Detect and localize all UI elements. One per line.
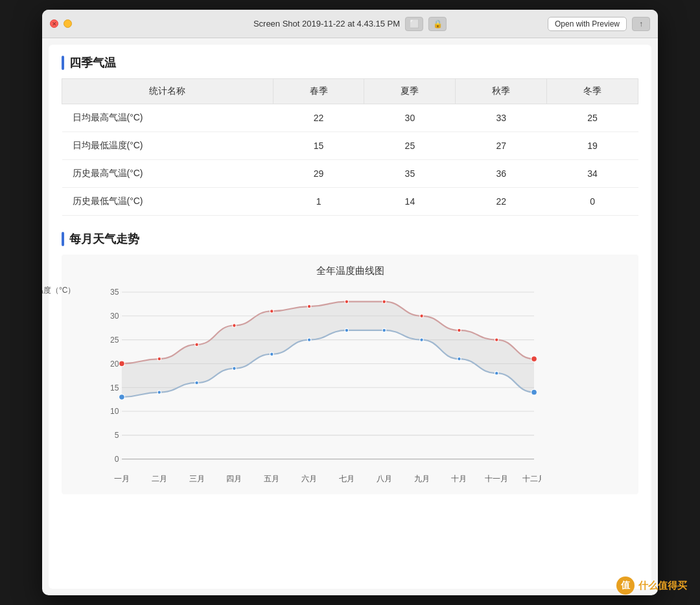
table-cell-value: 1 <box>273 188 364 216</box>
svg-point-28 <box>119 361 125 367</box>
table-cell-label: 历史最高气温(°C) <box>62 160 274 188</box>
col-header-name: 统计名称 <box>62 79 274 104</box>
svg-point-46 <box>345 328 348 332</box>
svg-text:十二月: 十二月 <box>522 474 541 483</box>
svg-point-29 <box>158 357 161 360</box>
section2-title-bar <box>62 232 64 246</box>
svg-text:七月: 七月 <box>339 474 355 483</box>
svg-point-34 <box>345 300 348 303</box>
svg-point-47 <box>382 328 386 332</box>
svg-text:五月: 五月 <box>264 474 279 483</box>
table-cell-value: 25 <box>547 104 638 132</box>
col-header-winter: 冬季 <box>547 79 638 104</box>
content-area: 四季气温 统计名称 春季 夏季 秋季 冬季 日均最高气温(°C)22303325… <box>49 45 651 589</box>
chart-container: 全年温度曲线图 温度（°C） 日均最高气温 日均最低气温 05101520253… <box>62 255 638 494</box>
svg-text:八月: 八月 <box>377 474 392 483</box>
svg-text:20: 20 <box>110 360 119 369</box>
table-cell-value: 19 <box>547 132 638 160</box>
table-cell-value: 36 <box>456 160 547 188</box>
table-header-row: 统计名称 春季 夏季 秋季 冬季 <box>62 79 638 104</box>
svg-text:一月: 一月 <box>114 474 130 483</box>
section2-title: 每月天气走势 <box>62 231 638 247</box>
watermark-icon: 值 <box>616 576 635 595</box>
table-cell-label: 日均最高气温(°C) <box>62 104 274 132</box>
svg-point-41 <box>158 391 161 394</box>
svg-point-49 <box>458 357 461 360</box>
minimize-button[interactable] <box>64 19 72 28</box>
svg-point-45 <box>307 338 310 341</box>
svg-point-31 <box>233 324 236 327</box>
table-row: 历史最低气温(°C)114220 <box>62 188 638 216</box>
col-header-summer: 夏季 <box>364 79 456 104</box>
svg-point-38 <box>495 338 498 341</box>
section1-title-text: 四季气温 <box>69 55 116 71</box>
col-header-autumn: 秋季 <box>456 79 547 104</box>
svg-point-32 <box>270 310 273 313</box>
titlebar-center: Screen Shot 2019-11-22 at 4.43.15 PM ⬜ 🔒 <box>253 17 447 31</box>
main-window: ✕ Screen Shot 2019-11-22 at 4.43.15 PM ⬜… <box>42 10 658 595</box>
table-row: 历史最高气温(°C)29353634 <box>62 160 638 188</box>
svg-text:0: 0 <box>115 455 119 464</box>
titlebar-right: Open with Preview ↑ <box>548 17 650 31</box>
titlebar: ✕ Screen Shot 2019-11-22 at 4.43.15 PM ⬜… <box>42 10 658 38</box>
section2-title-text: 每月天气走势 <box>69 231 139 247</box>
table-cell-value: 35 <box>364 160 456 188</box>
svg-point-30 <box>195 343 198 346</box>
lock-icon: 🔒 <box>428 17 447 31</box>
table-cell-value: 15 <box>273 132 364 160</box>
svg-text:九月: 九月 <box>414 474 430 483</box>
svg-point-36 <box>420 314 423 317</box>
svg-point-33 <box>307 304 310 308</box>
watermark-text: 什么值得买 <box>638 580 687 592</box>
chart-svg: 05101520253035一月二月三月四月五月六月七月八月九月十月十一月十二月 <box>100 285 541 484</box>
svg-text:六月: 六月 <box>301 474 317 483</box>
svg-text:30: 30 <box>110 312 119 321</box>
svg-point-51 <box>531 389 537 395</box>
svg-point-39 <box>531 356 537 362</box>
svg-point-50 <box>495 371 498 374</box>
temperature-table: 统计名称 春季 夏季 秋季 冬季 日均最高气温(°C)22303325日均最低温… <box>62 78 638 216</box>
svg-text:25: 25 <box>110 336 119 345</box>
window-title: Screen Shot 2019-11-22 at 4.43.15 PM <box>253 19 400 29</box>
screenshot-icon: ⬜ <box>405 17 423 31</box>
svg-point-43 <box>233 367 236 370</box>
table-cell-value: 27 <box>456 132 547 160</box>
table-cell-value: 22 <box>456 188 547 216</box>
svg-point-42 <box>195 381 198 384</box>
svg-text:十一月: 十一月 <box>485 474 508 483</box>
chart-y-label: 温度（°C） <box>42 285 75 296</box>
svg-text:15: 15 <box>110 383 119 393</box>
table-cell-value: 25 <box>364 132 456 160</box>
svg-point-48 <box>420 338 423 341</box>
svg-text:5: 5 <box>115 431 119 440</box>
traffic-lights: ✕ <box>50 19 72 28</box>
chart-title: 全年温度曲线图 <box>68 265 632 277</box>
table-row: 日均最低温度(°C)15252719 <box>62 132 638 160</box>
table-cell-label: 日均最低温度(°C) <box>62 132 274 160</box>
svg-text:10: 10 <box>110 407 119 416</box>
watermark: 值 什么值得买 <box>616 576 687 595</box>
table-cell-value: 0 <box>547 188 638 216</box>
svg-point-44 <box>270 352 273 356</box>
table-cell-label: 历史最低气温(°C) <box>62 188 274 216</box>
svg-text:二月: 二月 <box>152 474 167 483</box>
svg-point-37 <box>458 328 461 332</box>
svg-text:三月: 三月 <box>189 474 205 483</box>
table-row: 日均最高气温(°C)22303325 <box>62 104 638 132</box>
close-button[interactable]: ✕ <box>50 19 58 28</box>
section1-title-bar <box>62 56 64 70</box>
table-cell-value: 33 <box>456 104 547 132</box>
open-preview-button[interactable]: Open with Preview <box>548 17 627 31</box>
svg-point-35 <box>382 300 386 303</box>
svg-text:四月: 四月 <box>226 474 242 483</box>
section1-title: 四季气温 <box>62 55 638 71</box>
svg-text:十月: 十月 <box>451 474 467 483</box>
svg-point-40 <box>119 394 125 400</box>
table-cell-value: 14 <box>364 188 456 216</box>
svg-text:35: 35 <box>110 288 119 297</box>
table-cell-value: 29 <box>273 160 364 188</box>
table-cell-value: 30 <box>364 104 456 132</box>
table-cell-value: 22 <box>273 104 364 132</box>
share-icon[interactable]: ↑ <box>632 17 650 31</box>
col-header-spring: 春季 <box>273 79 364 104</box>
